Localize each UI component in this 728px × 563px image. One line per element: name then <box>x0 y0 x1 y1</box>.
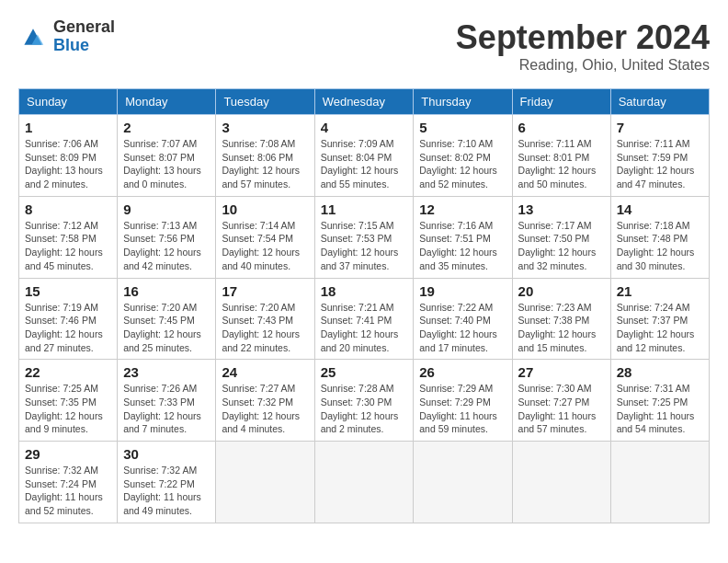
day-info: Sunrise: 7:17 AMSunset: 7:50 PMDaylight:… <box>518 219 605 273</box>
calendar-cell: 17Sunrise: 7:20 AMSunset: 7:43 PMDayligh… <box>216 278 314 360</box>
day-number: 5 <box>419 120 506 135</box>
day-info: Sunrise: 7:06 AMSunset: 8:09 PMDaylight:… <box>25 137 111 191</box>
calendar-week-2: 8Sunrise: 7:12 AMSunset: 7:58 PMDaylight… <box>19 196 710 278</box>
calendar-cell: 9Sunrise: 7:13 AMSunset: 7:56 PMDaylight… <box>118 196 216 278</box>
calendar-cell: 8Sunrise: 7:12 AMSunset: 7:58 PMDaylight… <box>19 196 118 278</box>
day-info: Sunrise: 7:26 AMSunset: 7:33 PMDaylight:… <box>123 382 210 436</box>
calendar-cell <box>216 442 314 523</box>
calendar-week-3: 15Sunrise: 7:19 AMSunset: 7:46 PMDayligh… <box>19 278 710 360</box>
day-number: 30 <box>123 446 210 462</box>
day-number: 21 <box>617 283 703 299</box>
calendar-cell: 28Sunrise: 7:31 AMSunset: 7:25 PMDayligh… <box>610 360 709 442</box>
calendar-cell: 11Sunrise: 7:15 AMSunset: 7:53 PMDayligh… <box>314 196 414 278</box>
day-number: 4 <box>321 120 408 135</box>
day-info: Sunrise: 7:07 AMSunset: 8:07 PMDaylight:… <box>123 137 210 191</box>
calendar-cell: 25Sunrise: 7:28 AMSunset: 7:30 PMDayligh… <box>314 360 414 442</box>
logo-general-text: General <box>53 18 115 37</box>
day-number: 22 <box>25 364 111 380</box>
day-number: 2 <box>123 120 210 135</box>
day-info: Sunrise: 7:19 AMSunset: 7:46 PMDaylight:… <box>25 301 111 355</box>
page-header: General Blue September 2024 Reading, Ohi… <box>18 18 710 74</box>
calendar-table: SundayMondayTuesdayWednesdayThursdayFrid… <box>18 88 710 523</box>
calendar-cell: 10Sunrise: 7:14 AMSunset: 7:54 PMDayligh… <box>216 196 314 278</box>
day-info: Sunrise: 7:20 AMSunset: 7:45 PMDaylight:… <box>123 301 210 355</box>
day-info: Sunrise: 7:24 AMSunset: 7:37 PMDaylight:… <box>617 301 703 355</box>
day-number: 7 <box>617 120 703 135</box>
calendar-cell: 2Sunrise: 7:07 AMSunset: 8:07 PMDaylight… <box>118 115 216 197</box>
day-info: Sunrise: 7:22 AMSunset: 7:40 PMDaylight:… <box>419 301 506 355</box>
location: Reading, Ohio, United States <box>456 57 710 74</box>
day-number: 9 <box>123 201 210 217</box>
calendar-cell <box>610 442 709 523</box>
calendar-cell: 27Sunrise: 7:30 AMSunset: 7:27 PMDayligh… <box>512 360 610 442</box>
day-info: Sunrise: 7:18 AMSunset: 7:48 PMDaylight:… <box>617 219 703 273</box>
day-info: Sunrise: 7:14 AMSunset: 7:54 PMDaylight:… <box>222 219 308 273</box>
calendar-week-4: 22Sunrise: 7:25 AMSunset: 7:35 PMDayligh… <box>19 360 710 442</box>
day-info: Sunrise: 7:30 AMSunset: 7:27 PMDaylight:… <box>518 382 605 436</box>
day-info: Sunrise: 7:32 AMSunset: 7:22 PMDaylight:… <box>123 464 210 518</box>
calendar-cell: 24Sunrise: 7:27 AMSunset: 7:32 PMDayligh… <box>216 360 314 442</box>
calendar-day-header-saturday: Saturday <box>610 89 709 115</box>
day-info: Sunrise: 7:13 AMSunset: 7:56 PMDaylight:… <box>123 219 210 273</box>
day-number: 17 <box>222 283 308 299</box>
day-info: Sunrise: 7:27 AMSunset: 7:32 PMDaylight:… <box>222 382 308 436</box>
day-info: Sunrise: 7:28 AMSunset: 7:30 PMDaylight:… <box>321 382 408 436</box>
title-section: September 2024 Reading, Ohio, United Sta… <box>456 18 710 74</box>
day-number: 16 <box>123 283 210 299</box>
calendar-body: 1Sunrise: 7:06 AMSunset: 8:09 PMDaylight… <box>19 115 710 523</box>
day-info: Sunrise: 7:15 AMSunset: 7:53 PMDaylight:… <box>321 219 408 273</box>
calendar-cell <box>512 442 610 523</box>
calendar-cell: 18Sunrise: 7:21 AMSunset: 7:41 PMDayligh… <box>314 278 414 360</box>
day-info: Sunrise: 7:29 AMSunset: 7:29 PMDaylight:… <box>419 382 506 436</box>
calendar-day-header-tuesday: Tuesday <box>216 89 314 115</box>
day-number: 20 <box>518 283 605 299</box>
day-number: 15 <box>25 283 111 299</box>
day-number: 18 <box>321 283 408 299</box>
day-number: 8 <box>25 201 111 217</box>
calendar-cell: 7Sunrise: 7:11 AMSunset: 7:59 PMDaylight… <box>610 115 709 197</box>
day-info: Sunrise: 7:09 AMSunset: 8:04 PMDaylight:… <box>321 137 408 191</box>
calendar-cell: 23Sunrise: 7:26 AMSunset: 7:33 PMDayligh… <box>118 360 216 442</box>
logo-text: General Blue <box>53 18 115 55</box>
day-number: 26 <box>419 364 506 380</box>
calendar-cell: 20Sunrise: 7:23 AMSunset: 7:38 PMDayligh… <box>512 278 610 360</box>
day-number: 13 <box>518 201 605 217</box>
calendar-cell: 13Sunrise: 7:17 AMSunset: 7:50 PMDayligh… <box>512 196 610 278</box>
day-info: Sunrise: 7:25 AMSunset: 7:35 PMDaylight:… <box>25 382 111 436</box>
day-number: 19 <box>419 283 506 299</box>
day-number: 28 <box>617 364 703 380</box>
calendar-cell <box>314 442 414 523</box>
calendar-cell: 21Sunrise: 7:24 AMSunset: 7:37 PMDayligh… <box>610 278 709 360</box>
day-number: 12 <box>419 201 506 217</box>
calendar-cell: 15Sunrise: 7:19 AMSunset: 7:46 PMDayligh… <box>19 278 118 360</box>
calendar-cell: 6Sunrise: 7:11 AMSunset: 8:01 PMDaylight… <box>512 115 610 197</box>
day-number: 6 <box>518 120 605 135</box>
calendar-week-5: 29Sunrise: 7:32 AMSunset: 7:24 PMDayligh… <box>19 442 710 523</box>
day-number: 1 <box>25 120 111 135</box>
day-number: 24 <box>222 364 308 380</box>
day-info: Sunrise: 7:23 AMSunset: 7:38 PMDaylight:… <box>518 301 605 355</box>
calendar-header-row: SundayMondayTuesdayWednesdayThursdayFrid… <box>19 89 710 115</box>
calendar-cell: 5Sunrise: 7:10 AMSunset: 8:02 PMDaylight… <box>414 115 512 197</box>
logo-icon <box>18 24 48 50</box>
logo-blue-text: Blue <box>53 37 115 55</box>
day-info: Sunrise: 7:10 AMSunset: 8:02 PMDaylight:… <box>419 137 506 191</box>
day-info: Sunrise: 7:11 AMSunset: 7:59 PMDaylight:… <box>617 137 703 191</box>
month-title: September 2024 <box>456 18 710 57</box>
calendar-cell: 1Sunrise: 7:06 AMSunset: 8:09 PMDaylight… <box>19 115 118 197</box>
day-info: Sunrise: 7:31 AMSunset: 7:25 PMDaylight:… <box>617 382 703 436</box>
calendar-day-header-monday: Monday <box>118 89 216 115</box>
calendar-day-header-wednesday: Wednesday <box>314 89 414 115</box>
calendar-header: SundayMondayTuesdayWednesdayThursdayFrid… <box>19 89 710 115</box>
calendar-week-1: 1Sunrise: 7:06 AMSunset: 8:09 PMDaylight… <box>19 115 710 197</box>
calendar-day-header-thursday: Thursday <box>414 89 512 115</box>
logo: General Blue <box>18 18 115 55</box>
calendar-cell: 22Sunrise: 7:25 AMSunset: 7:35 PMDayligh… <box>19 360 118 442</box>
day-info: Sunrise: 7:12 AMSunset: 7:58 PMDaylight:… <box>25 219 111 273</box>
calendar-cell: 16Sunrise: 7:20 AMSunset: 7:45 PMDayligh… <box>118 278 216 360</box>
calendar-cell: 14Sunrise: 7:18 AMSunset: 7:48 PMDayligh… <box>610 196 709 278</box>
day-number: 29 <box>25 446 111 462</box>
calendar-cell: 29Sunrise: 7:32 AMSunset: 7:24 PMDayligh… <box>19 442 118 523</box>
day-info: Sunrise: 7:11 AMSunset: 8:01 PMDaylight:… <box>518 137 605 191</box>
calendar-cell: 3Sunrise: 7:08 AMSunset: 8:06 PMDaylight… <box>216 115 314 197</box>
